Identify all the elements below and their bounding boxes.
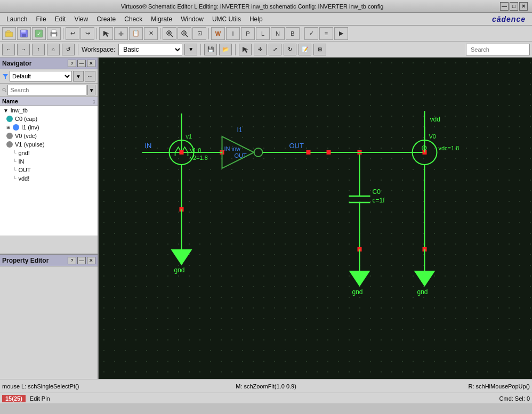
navigator-minimize-button[interactable]: —	[77, 60, 86, 67]
tree-item-v0-label: V0 (vdc)	[15, 133, 37, 139]
svg-text:v1: v1	[186, 133, 192, 140]
redo-button[interactable]: ↪	[80, 27, 94, 40]
tree-item-vdd[interactable]: └ vdd!	[0, 174, 98, 183]
tree-item-i1[interactable]: ⊞ I1 (inv)	[0, 123, 98, 132]
menu-migrate[interactable]: Migrate	[147, 14, 176, 24]
menu-edit[interactable]: Edit	[51, 14, 70, 24]
menu-file[interactable]: File	[31, 14, 50, 24]
navigator-help-button[interactable]: ?	[68, 60, 76, 67]
nav-reload-button[interactable]: ↺	[62, 44, 75, 55]
zoom-out-button[interactable]	[178, 27, 191, 40]
instance-button[interactable]: I	[226, 27, 240, 40]
menu-view[interactable]: View	[70, 14, 92, 24]
navigator-close-button[interactable]: ✕	[87, 60, 95, 67]
rotate-button[interactable]: ↻	[284, 44, 296, 55]
prop-button[interactable]: 📝	[299, 44, 311, 55]
minimize-button[interactable]: —	[500, 2, 509, 11]
pe-minimize-button[interactable]: —	[77, 257, 86, 264]
menu-window[interactable]: Window	[176, 14, 208, 24]
filter-dropdown-button[interactable]: ▼	[73, 71, 84, 82]
schematic-area[interactable]: IN I1 IN inw OUT OUT	[99, 58, 532, 379]
move-button[interactable]: ✛	[114, 27, 128, 40]
svg-text:vdd: vdd	[430, 116, 440, 123]
nav-home-button[interactable]: ⌂	[47, 44, 60, 55]
tree-item-v0[interactable]: V0 (vdc)	[0, 132, 98, 140]
select-button[interactable]	[99, 27, 113, 40]
search-toolbar: ▼	[466, 44, 530, 55]
workspace-bar: ← → ↑ ⌂ ↺ Workspace: Basic ▼ 💾 📂 ✛ ⤢ ↻ 📝…	[0, 42, 532, 58]
pin-button[interactable]: P	[241, 27, 255, 40]
zoom-fit-button[interactable]: ⊡	[192, 27, 206, 40]
nav-tree-name-col: Name	[2, 98, 18, 104]
leaf-icon-vdd: └	[13, 176, 16, 181]
nav-up-button[interactable]: ↑	[32, 44, 45, 55]
svg-marker-59	[349, 271, 370, 287]
main-content: Navigator ? — ✕ Default ▼ ⋯ ▼	[0, 58, 532, 379]
nav-search-input[interactable]	[7, 85, 86, 95]
close-button[interactable]: ✕	[519, 2, 528, 11]
tree-item-v1-label: V1 (vpulse)	[15, 141, 45, 148]
schematic-button[interactable]: ⊞	[313, 44, 326, 55]
stretch-button[interactable]: ⤢	[269, 44, 281, 55]
menu-bar: Launch File Edit View Create Check Migra…	[0, 13, 532, 26]
wire-button[interactable]: W	[211, 27, 225, 40]
save-state-button[interactable]: 💾	[204, 44, 217, 55]
save-button[interactable]	[17, 27, 31, 40]
netlist-button[interactable]: ≡	[319, 27, 333, 40]
move-mode-button[interactable]: ✛	[254, 44, 267, 55]
nav-search-dropdown-button[interactable]: ▼	[87, 85, 95, 95]
dot-blue-icon	[13, 124, 19, 131]
search-input[interactable]	[471, 46, 532, 53]
schematic-svg: IN I1 IN inw OUT OUT	[99, 58, 532, 379]
nav-back-button[interactable]: ←	[2, 44, 15, 55]
pe-help-button[interactable]: ?	[68, 257, 76, 264]
maximize-button[interactable]: □	[510, 2, 518, 11]
filter-options-button[interactable]: ⋯	[85, 71, 95, 82]
load-state-button[interactable]: 📂	[219, 44, 232, 55]
nav-tree: ▼ inw_tb C0 (cap) ⊞ I1 (inv)	[0, 106, 98, 236]
nav-search-icon	[2, 87, 6, 93]
navigator-title: Navigator	[2, 60, 67, 67]
svg-text:IN: IN	[145, 142, 152, 150]
svg-marker-1	[5, 30, 11, 32]
workspace-menu-button[interactable]: ▼	[184, 44, 197, 55]
check2-button[interactable]: ✓	[304, 27, 318, 40]
nav-search-bar: ▼	[0, 84, 98, 97]
label-button[interactable]: L	[256, 27, 270, 40]
svg-line-13	[171, 35, 173, 37]
print-button[interactable]	[47, 27, 61, 40]
select-mode-button[interactable]	[239, 44, 252, 55]
title-bar: Virtuoso® Schematic Editor L Editing: IN…	[0, 0, 532, 13]
net-button[interactable]: N	[271, 27, 285, 40]
menu-check[interactable]: Check	[120, 14, 147, 24]
open-button[interactable]	[2, 27, 16, 40]
tree-item-inw-tb[interactable]: ▼ inw_tb	[0, 106, 98, 115]
tree-item-gnd[interactable]: └ gnd!	[0, 149, 98, 157]
copy-button[interactable]: 📋	[129, 27, 143, 40]
tree-item-out[interactable]: └ OUT	[0, 166, 98, 174]
sim-button[interactable]: ▶	[334, 27, 348, 40]
title-text: Virtuoso® Schematic Editor L Editing: IN…	[4, 3, 500, 10]
tree-item-out-label: OUT	[18, 167, 30, 173]
menu-help[interactable]: Help	[245, 14, 267, 24]
tree-item-v1[interactable]: V1 (vpulse)	[0, 140, 98, 149]
bus-button[interactable]: B	[286, 27, 300, 40]
check-button[interactable]: ✓	[32, 27, 46, 40]
menu-umcutils[interactable]: UMC Utils	[208, 14, 245, 24]
delete-button[interactable]: ✕	[144, 27, 158, 40]
pe-title: Property Editor	[2, 257, 67, 264]
workspace-select[interactable]: Basic	[118, 44, 182, 55]
tree-item-in[interactable]: └ IN	[0, 157, 98, 166]
svg-marker-10	[103, 31, 109, 37]
expand-icon: ⊞	[6, 125, 11, 130]
zoom-in-button[interactable]	[163, 27, 176, 40]
menu-launch[interactable]: Launch	[2, 14, 31, 24]
tree-item-i1-label: I1 (inv)	[21, 124, 39, 131]
nav-tree-header: Name ↕	[0, 97, 98, 106]
pe-close-button[interactable]: ✕	[87, 257, 95, 264]
nav-filter-select[interactable]: Default	[10, 71, 72, 82]
nav-forward-button[interactable]: →	[17, 44, 30, 55]
tree-item-c0[interactable]: C0 (cap)	[0, 115, 98, 123]
undo-button[interactable]: ↩	[66, 27, 79, 40]
menu-create[interactable]: Create	[92, 14, 120, 24]
